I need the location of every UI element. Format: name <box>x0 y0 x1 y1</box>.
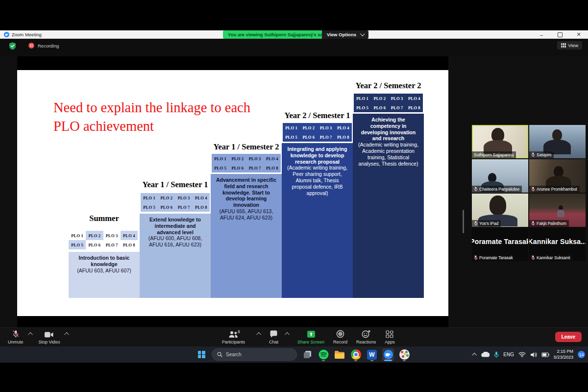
person-silhouette <box>490 196 506 215</box>
participants-button[interactable]: 8 Participants <box>221 328 251 347</box>
participant-tile[interactable]: Chaiteera Panpakdee <box>472 159 528 193</box>
participants-label: Participants <box>222 340 245 344</box>
recording-icon <box>28 43 34 49</box>
paint-app-icon[interactable] <box>398 348 410 361</box>
plo-cell: PLO 5 <box>212 163 229 172</box>
meeting-toolbar: Unmute Stop Video <box>0 327 588 347</box>
participant-name-label: Suthiporn Sajjapanroj <box>472 151 516 159</box>
apps-button[interactable]: Apps <box>384 328 396 347</box>
plo-cell: PLO 7 <box>318 132 335 142</box>
mic-muted-icon <box>474 187 478 192</box>
view-layout-button[interactable]: View <box>557 41 582 49</box>
wifi-icon[interactable] <box>518 352 526 357</box>
camera-icon <box>44 330 54 338</box>
onedrive-cloud-icon[interactable] <box>481 352 490 357</box>
reactions-button[interactable]: Reactions <box>355 328 377 347</box>
view-options-button[interactable]: View Options <box>322 30 368 39</box>
panel-resize-handle[interactable] <box>463 210 464 233</box>
file-explorer-icon[interactable] <box>334 348 345 361</box>
view-button-label: View <box>568 43 578 48</box>
column-body: Achieving the competency in developing i… <box>353 114 424 298</box>
participant-tile[interactable]: Suthiporn Sajjapanroj <box>472 125 528 158</box>
mic-options-chevron-icon[interactable] <box>28 332 33 337</box>
participant-tile[interactable]: Arunee Promkhambut <box>529 159 586 193</box>
participant-tile[interactable]: Sasipim <box>529 125 586 158</box>
unmute-button[interactable]: Unmute <box>7 328 24 347</box>
plo-cell: PLO 4 <box>193 193 210 202</box>
column-header: Year 1 / Semester 1 <box>140 180 211 190</box>
plo-cell: PLO 3 <box>103 231 121 240</box>
share-screen-icon <box>307 330 316 338</box>
language-indicator[interactable]: ENG <box>503 352 514 357</box>
minimize-button[interactable]: – <box>532 30 551 39</box>
column-header: Year 1 / Semester 2 <box>211 142 282 152</box>
notification-badge[interactable]: 14 <box>578 351 585 358</box>
window-titlebar: Zoom Meeting You are viewing Suthiporn S… <box>0 30 588 39</box>
taskbar-clock[interactable]: 2:15 PM 5/23/2023 <box>554 349 573 360</box>
person-silhouette <box>554 166 564 177</box>
battery-icon[interactable] <box>541 352 549 358</box>
spotify-app-icon[interactable] <box>318 348 329 361</box>
participant-display-name: Kannikar Suksa... <box>529 228 586 255</box>
participant-name-label: Sasipim <box>529 151 554 159</box>
apps-label: Apps <box>385 340 395 344</box>
plo-cell: PLO 5 <box>69 240 86 249</box>
plo-grid: PLO 1PLO 2PLO 3PLO 4PLO 5PLO 6PLO 7PLO 8 <box>353 93 424 113</box>
plo-cell: PLO 4 <box>406 94 423 103</box>
share-screen-button[interactable]: Share Screen <box>296 328 325 347</box>
leave-button[interactable]: Leave <box>555 332 582 342</box>
participant-tile[interactable]: Kannikar Suksa...Kannikar Suksanit <box>529 228 586 261</box>
plo-cell: PLO 6 <box>300 132 317 142</box>
plo-cell: PLO 3 <box>389 94 406 103</box>
participant-name-label: Chaiteera Panpakdee <box>472 186 522 193</box>
chat-chevron-icon[interactable] <box>285 332 290 337</box>
column-body: Introduction to basic knowledge(AFUU 603… <box>69 252 140 298</box>
mic-muted-icon <box>531 221 535 226</box>
participant-name-label: Kannikar Suksanit <box>529 254 573 262</box>
apps-icon <box>386 330 393 338</box>
plo-cell: PLO 8 <box>264 163 281 172</box>
tray-mic-icon[interactable] <box>494 351 499 358</box>
windows-start-button[interactable] <box>196 348 207 361</box>
chat-icon <box>270 330 278 338</box>
close-button[interactable]: ✕ <box>569 30 588 39</box>
plo-cell: PLO 7 <box>103 240 121 249</box>
record-button[interactable]: Record <box>332 328 348 347</box>
zoom-app-icon[interactable] <box>382 348 394 361</box>
person-silhouette <box>552 129 562 141</box>
plo-cell: PLO 4 <box>335 123 352 132</box>
plo-cell: PLO 5 <box>141 202 158 212</box>
stop-video-button[interactable]: Stop Video <box>38 328 61 347</box>
maximize-button[interactable] <box>551 30 569 39</box>
plo-grid: PLO 1PLO 2PLO 3PLO 4PLO 5PLO 6PLO 7PLO 8 <box>140 192 211 213</box>
zoom-logo-icon <box>4 32 9 37</box>
word-app-icon[interactable]: W <box>366 348 378 361</box>
task-view-button[interactable] <box>301 348 313 361</box>
participant-name-label: Arunee Promkhambut <box>529 186 580 193</box>
speaker-icon[interactable] <box>530 352 537 358</box>
plo-cell: PLO 8 <box>193 202 210 212</box>
participants-chevron-icon[interactable] <box>256 332 261 337</box>
participant-tile[interactable]: Poramate TarasakPoramate Tarasak <box>472 228 528 261</box>
plo-cell: PLO 2 <box>229 154 246 163</box>
recording-label: Recording <box>38 43 59 49</box>
chrome-app-icon[interactable] <box>350 348 362 361</box>
video-options-chevron-icon[interactable] <box>65 332 70 337</box>
taskbar-search-input[interactable]: Search <box>212 348 297 361</box>
chat-button[interactable]: Chat <box>268 328 279 347</box>
tray-expand-chevron-icon[interactable] <box>472 353 477 358</box>
security-shield-icon[interactable] <box>9 42 16 50</box>
clock-date: 5/23/2023 <box>554 355 573 360</box>
plo-cell: PLO 2 <box>158 193 175 202</box>
participant-tile[interactable]: Fakjit Palinthorn <box>529 194 586 227</box>
plo-cell: PLO 5 <box>354 103 371 112</box>
view-grid-icon <box>561 43 566 48</box>
mic-muted-icon <box>474 221 478 226</box>
slide-title: Need to explain the linkage to each PLO … <box>53 98 264 136</box>
stop-video-label: Stop Video <box>39 340 60 344</box>
participants-count: 8 <box>238 329 240 334</box>
plo-cell: PLO 3 <box>175 193 193 202</box>
plo-cell: PLO 6 <box>86 240 103 249</box>
participant-name-label: Fakjit Palinthorn <box>529 220 569 227</box>
participant-tile[interactable]: Yos's iPad <box>472 194 528 227</box>
